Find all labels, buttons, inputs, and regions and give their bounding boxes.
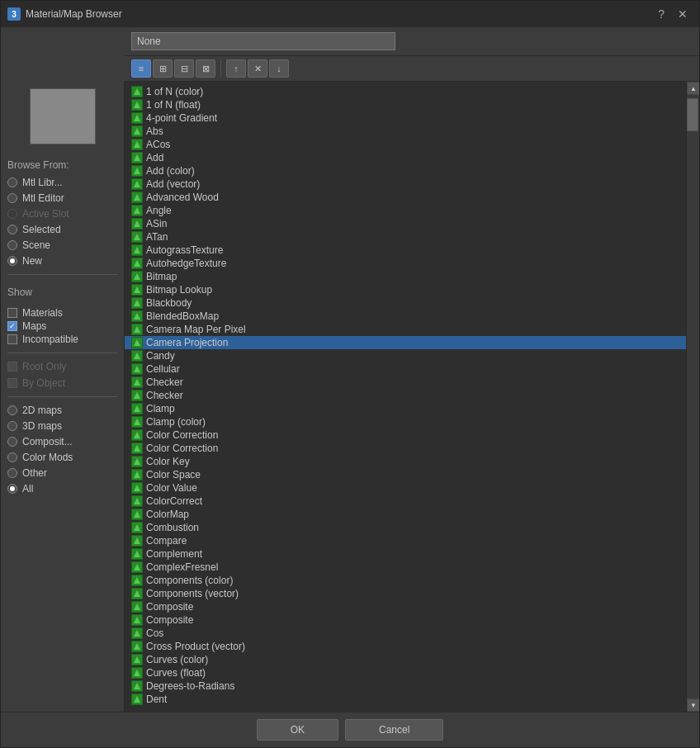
list-item[interactable]: Color Key xyxy=(125,455,686,468)
list-item[interactable]: Advanced Wood xyxy=(125,191,686,204)
item-label: Dent xyxy=(146,694,167,705)
app-icon: 3 xyxy=(7,7,21,21)
list-item[interactable]: Abs xyxy=(125,125,686,138)
list-item[interactable]: Bitmap Lookup xyxy=(125,283,686,296)
cb-label-by-object: By Object xyxy=(22,377,65,389)
list-item[interactable]: Complement xyxy=(125,547,686,561)
title-bar-buttons: ? ✕ xyxy=(653,6,693,22)
radio-other[interactable]: Other xyxy=(7,466,117,480)
material-name-input[interactable] xyxy=(131,32,395,50)
list-item[interactable]: Checker xyxy=(125,376,686,389)
list-item[interactable]: ASin xyxy=(125,217,686,230)
list-item[interactable]: 4-point Gradient xyxy=(125,111,686,125)
toolbar: ≡ ⊞ ⊟ ⊠ ↑ ✕ ↓ xyxy=(125,56,699,82)
main-content: Browse From: Mtl Libr... Mtl Editor Acti… xyxy=(1,82,699,712)
list-item[interactable]: Curves (float) xyxy=(125,666,686,679)
radio-label-composit: Composit... xyxy=(22,436,73,447)
list-item[interactable]: Camera Map Per Pixel xyxy=(125,323,686,336)
view-small-btn[interactable]: ⊟ xyxy=(174,59,194,78)
list-item[interactable]: Color Space xyxy=(125,468,686,481)
list-item[interactable]: Cos xyxy=(125,627,686,640)
item-icon xyxy=(131,548,143,560)
delete-btn[interactable]: ✕ xyxy=(248,59,267,78)
radio-mtl-libr[interactable]: Mtl Libr... xyxy=(7,176,117,189)
scroll-up[interactable]: ▲ xyxy=(687,82,699,95)
list-item[interactable]: Composite xyxy=(125,613,686,627)
list-item[interactable]: Add (vector) xyxy=(125,178,686,191)
cancel-button[interactable]: Cancel xyxy=(345,719,443,741)
list-item[interactable]: Components (vector) xyxy=(125,587,686,600)
list-item[interactable]: Cellular xyxy=(125,362,686,376)
item-icon xyxy=(131,363,143,375)
list-item[interactable]: Cross Product (vector) xyxy=(125,640,686,653)
item-label: 1 of N (float) xyxy=(146,99,201,111)
view-list-btn[interactable]: ≡ xyxy=(131,59,151,78)
save-btn[interactable]: ↓ xyxy=(269,59,289,78)
radio-all[interactable]: All xyxy=(7,482,117,495)
list-item[interactable]: Components (color) xyxy=(125,574,686,587)
list-item[interactable]: 1 of N (color) xyxy=(125,85,686,98)
cb-incompatible[interactable]: Incompatible xyxy=(7,333,117,346)
radio-label-active-slot: Active Slot xyxy=(22,208,69,220)
close-button[interactable]: ✕ xyxy=(673,6,693,22)
radio-mtl-editor[interactable]: Mtl Editor xyxy=(7,192,117,205)
list-item[interactable]: AutograssTexture xyxy=(125,244,686,257)
view-grid-btn[interactable]: ⊞ xyxy=(153,59,173,78)
list-item[interactable]: Add (color) xyxy=(125,164,686,178)
list-item[interactable]: ColorMap xyxy=(125,508,686,521)
list-item[interactable]: Camera Projection xyxy=(125,336,686,349)
load-btn[interactable]: ↑ xyxy=(226,59,246,78)
list-item[interactable]: ACos xyxy=(125,138,686,151)
list-item[interactable]: Dent xyxy=(125,693,686,706)
list-item[interactable]: Blackbody xyxy=(125,296,686,310)
item-label: Add (vector) xyxy=(146,178,200,190)
list-item[interactable]: Degrees-to-Radians xyxy=(125,679,686,693)
list-item[interactable]: Composite xyxy=(125,600,686,613)
list-item[interactable]: BlendedBoxMap xyxy=(125,310,686,323)
list-item[interactable]: Clamp (color) xyxy=(125,415,686,428)
list-item[interactable]: Color Value xyxy=(125,481,686,495)
help-button[interactable]: ? xyxy=(653,6,669,22)
preview-box xyxy=(30,88,96,144)
cb-maps[interactable]: Maps xyxy=(7,320,117,333)
browse-from-group: Mtl Libr... Mtl Editor Active Slot Selec… xyxy=(7,176,117,267)
radio-3d-maps[interactable]: 3D maps xyxy=(7,419,117,433)
item-icon xyxy=(131,178,143,190)
cb-box-materials xyxy=(7,308,17,318)
list-item[interactable]: Curves (color) xyxy=(125,653,686,666)
item-icon xyxy=(131,165,143,177)
list-item[interactable]: AutohedgeTexture xyxy=(125,257,686,270)
list-item[interactable]: ATan xyxy=(125,230,686,244)
list-item[interactable]: ComplexFresnel xyxy=(125,561,686,574)
list-item[interactable]: 1 of N (float) xyxy=(125,98,686,111)
scrollbar-thumb[interactable] xyxy=(687,98,698,131)
list-item[interactable]: Compare xyxy=(125,534,686,547)
list-container[interactable]: 1 of N (color)1 of N (float)4-point Grad… xyxy=(125,82,686,712)
radio-2d-maps[interactable]: 2D maps xyxy=(7,404,117,417)
radio-scene[interactable]: Scene xyxy=(7,239,117,252)
scroll-down[interactable]: ▼ xyxy=(687,698,699,712)
radio-dot-new xyxy=(7,256,17,266)
top-bar xyxy=(125,27,699,56)
list-item[interactable]: Bitmap xyxy=(125,270,686,283)
list-item[interactable]: Add xyxy=(125,151,686,164)
list-item[interactable]: Angle xyxy=(125,204,686,217)
list-item[interactable]: Combustion xyxy=(125,521,686,534)
list-item[interactable]: Color Correction xyxy=(125,428,686,442)
list-item[interactable]: Color Correction xyxy=(125,442,686,455)
list-item[interactable]: Clamp xyxy=(125,402,686,415)
radio-composit[interactable]: Composit... xyxy=(7,435,117,448)
ok-button[interactable]: OK xyxy=(257,719,338,741)
item-icon xyxy=(131,218,143,230)
radio-new[interactable]: New xyxy=(7,254,117,267)
list-item[interactable]: Checker xyxy=(125,389,686,402)
cb-box-incompatible xyxy=(7,334,17,344)
list-item[interactable]: ColorCorrect xyxy=(125,495,686,508)
item-label: Camera Projection xyxy=(146,337,228,348)
cb-materials[interactable]: Materials xyxy=(7,306,117,320)
list-item[interactable]: Candy xyxy=(125,349,686,362)
view-icon-btn[interactable]: ⊠ xyxy=(196,59,215,78)
radio-color-mods[interactable]: Color Mods xyxy=(7,451,117,464)
radio-selected[interactable]: Selected xyxy=(7,223,117,236)
show-label: Show xyxy=(7,286,117,298)
